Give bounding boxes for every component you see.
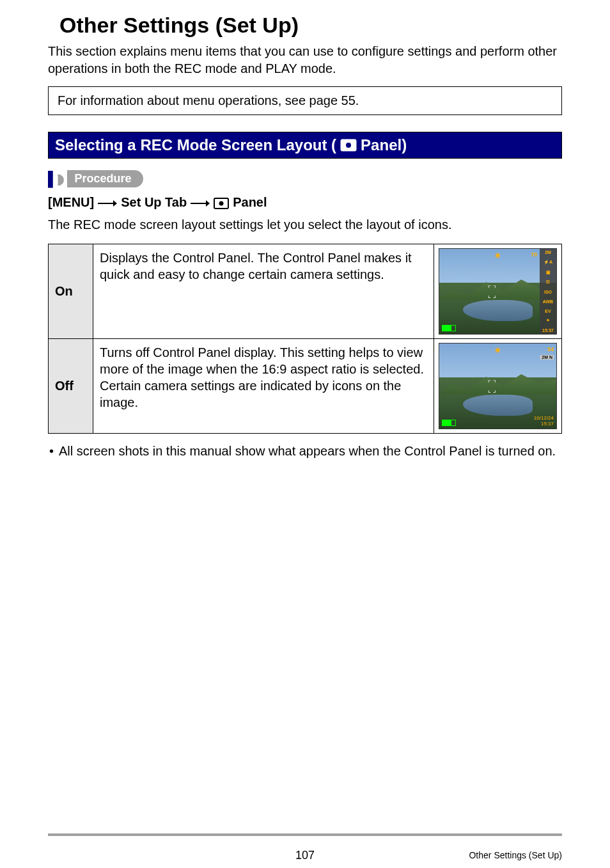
shots-remaining: 34: [547, 346, 554, 352]
footnote: • All screen shots in this manual show w…: [48, 443, 562, 460]
layout-description: The REC mode screen layout settings let …: [48, 216, 562, 233]
chevron-right-icon: ◗: [57, 171, 65, 187]
procedure-tag: Procedure: [67, 170, 143, 187]
shots-remaining: 70: [531, 251, 537, 258]
battery-icon: [442, 420, 456, 426]
procedure-label-row: ▌ ◗ Procedure: [48, 170, 562, 187]
size-badge: 2M N: [540, 355, 554, 359]
rec-mode-icon: ◉: [495, 346, 501, 353]
table-row: Off Turns off Control Panel display. Thi…: [49, 339, 562, 434]
table-row: On Displays the Control Panel. The Contr…: [49, 244, 562, 339]
control-panel-sidebar: 2M ⚡A ▣ ⊡ ISO AWB EV ✦ 15:37: [540, 249, 556, 334]
menu-path: [MENU] Set Up Tab Panel: [48, 195, 562, 210]
rec-mode-icon: ◉: [495, 251, 501, 258]
footer-divider: [48, 833, 562, 836]
svg-point-7: [219, 201, 224, 205]
section-header: Selecting a REC Mode Screen Layout ( Pan…: [48, 132, 562, 159]
settings-table: On Displays the Control Panel. The Contr…: [48, 244, 562, 434]
battery-icon: [442, 325, 456, 331]
page-footer: 107 Other Settings (Set Up): [0, 833, 610, 868]
row-description: Turns off Control Panel display. This se…: [93, 339, 434, 434]
row-label: Off: [49, 339, 93, 434]
svg-point-1: [346, 143, 351, 148]
svg-marker-3: [113, 200, 117, 207]
footnote-text: All screen shots in this manual show wha…: [59, 443, 556, 460]
footer-section-name: Other Settings (Set Up): [469, 850, 562, 860]
camera-preview-off: ◉ 34 2M N ⌜ ⌝⌞ ⌟ 10/12/24 15:37: [439, 343, 557, 429]
row-preview-cell: ◉ 70 ⌜ ⌝⌞ ⌟ 2M ⚡A ▣ ⊡ ISO AWB EV ✦ 15:37: [434, 244, 562, 339]
row-preview-cell: ◉ 34 2M N ⌜ ⌝⌞ ⌟ 10/12/24 15:37: [434, 339, 562, 434]
camera-icon: [214, 195, 229, 210]
menu-step-3: Panel: [233, 195, 267, 210]
menu-step-2: Set Up Tab: [121, 195, 187, 210]
section-header-prefix: Selecting a REC Mode Screen Layout (: [55, 136, 336, 154]
focus-brackets-icon: ⌜ ⌝⌞ ⌟: [488, 379, 496, 393]
arrow-icon: [191, 195, 210, 210]
page-title: Other Settings (Set Up): [59, 13, 562, 38]
intro-paragraph: This section explains menu items that yo…: [48, 43, 562, 77]
menu-step-1: [MENU]: [48, 195, 94, 210]
info-note-box: For information about menu operations, s…: [48, 86, 562, 115]
camera-preview-on: ◉ 70 ⌜ ⌝⌞ ⌟ 2M ⚡A ▣ ⊡ ISO AWB EV ✦ 15:37: [439, 248, 557, 335]
arrow-icon: [98, 195, 117, 210]
date-time-overlay: 10/12/24 15:37: [534, 416, 554, 427]
page-number: 107: [295, 849, 315, 862]
row-label: On: [49, 244, 93, 339]
focus-brackets-icon: ⌜ ⌝⌞ ⌟: [488, 285, 496, 299]
svg-marker-5: [206, 200, 210, 207]
row-description: Displays the Control Panel. The Control …: [93, 244, 434, 339]
bullet-icon: •: [49, 443, 54, 460]
camera-icon: [340, 139, 357, 152]
section-header-suffix: Panel): [361, 136, 407, 154]
